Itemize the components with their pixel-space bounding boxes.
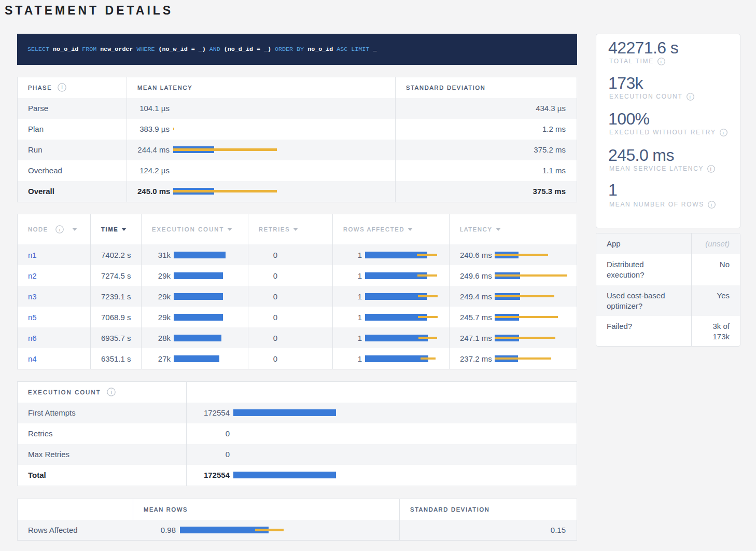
svg-text:i: i [710, 166, 712, 171]
svg-text:i: i [722, 130, 724, 135]
svg-text:i: i [59, 227, 60, 232]
svg-text:i: i [110, 389, 111, 395]
svg-text:i: i [661, 59, 662, 64]
svg-text:i: i [689, 94, 691, 99]
svg-text:i: i [711, 202, 712, 207]
svg-text:i: i [62, 85, 63, 90]
